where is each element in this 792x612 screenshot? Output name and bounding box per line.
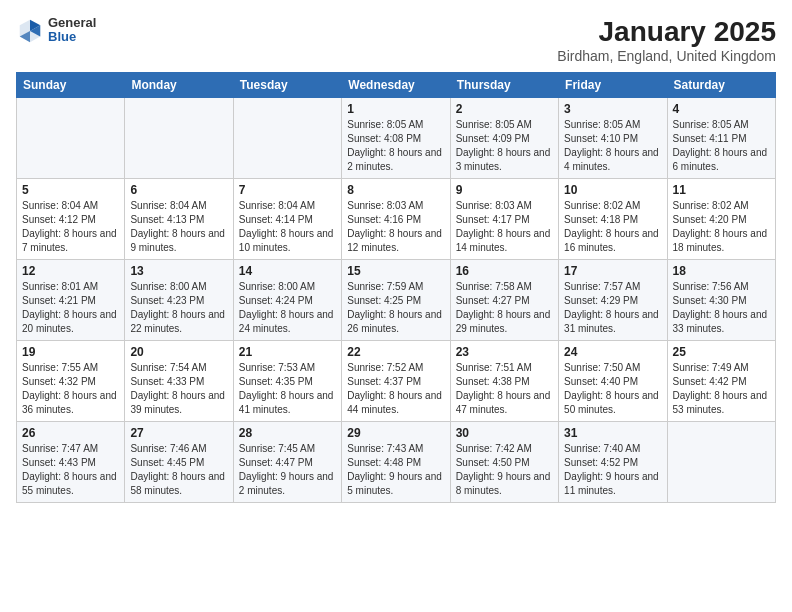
logo-text: General Blue: [48, 16, 96, 45]
title-area: January 2025 Birdham, England, United Ki…: [557, 16, 776, 64]
calendar-cell: 12Sunrise: 8:01 AM Sunset: 4:21 PM Dayli…: [17, 260, 125, 341]
calendar-cell: 17Sunrise: 7:57 AM Sunset: 4:29 PM Dayli…: [559, 260, 667, 341]
weekday-header: Monday: [125, 73, 233, 98]
day-info: Sunrise: 7:40 AM Sunset: 4:52 PM Dayligh…: [564, 442, 661, 498]
day-number: 23: [456, 345, 553, 359]
month-title: January 2025: [557, 16, 776, 48]
weekday-header: Thursday: [450, 73, 558, 98]
calendar-cell: 2Sunrise: 8:05 AM Sunset: 4:09 PM Daylig…: [450, 98, 558, 179]
day-info: Sunrise: 7:49 AM Sunset: 4:42 PM Dayligh…: [673, 361, 770, 417]
day-number: 1: [347, 102, 444, 116]
day-info: Sunrise: 8:00 AM Sunset: 4:23 PM Dayligh…: [130, 280, 227, 336]
calendar-cell: 5Sunrise: 8:04 AM Sunset: 4:12 PM Daylig…: [17, 179, 125, 260]
calendar-cell: 10Sunrise: 8:02 AM Sunset: 4:18 PM Dayli…: [559, 179, 667, 260]
calendar-cell: 1Sunrise: 8:05 AM Sunset: 4:08 PM Daylig…: [342, 98, 450, 179]
day-info: Sunrise: 7:57 AM Sunset: 4:29 PM Dayligh…: [564, 280, 661, 336]
calendar-cell: 6Sunrise: 8:04 AM Sunset: 4:13 PM Daylig…: [125, 179, 233, 260]
calendar-cell: 11Sunrise: 8:02 AM Sunset: 4:20 PM Dayli…: [667, 179, 775, 260]
calendar-cell: 29Sunrise: 7:43 AM Sunset: 4:48 PM Dayli…: [342, 422, 450, 503]
location-title: Birdham, England, United Kingdom: [557, 48, 776, 64]
day-info: Sunrise: 7:42 AM Sunset: 4:50 PM Dayligh…: [456, 442, 553, 498]
day-number: 16: [456, 264, 553, 278]
day-number: 4: [673, 102, 770, 116]
calendar-cell: 31Sunrise: 7:40 AM Sunset: 4:52 PM Dayli…: [559, 422, 667, 503]
day-number: 7: [239, 183, 336, 197]
calendar-cell: 23Sunrise: 7:51 AM Sunset: 4:38 PM Dayli…: [450, 341, 558, 422]
calendar-cell: 27Sunrise: 7:46 AM Sunset: 4:45 PM Dayli…: [125, 422, 233, 503]
day-number: 13: [130, 264, 227, 278]
day-number: 8: [347, 183, 444, 197]
day-info: Sunrise: 8:05 AM Sunset: 4:11 PM Dayligh…: [673, 118, 770, 174]
day-number: 12: [22, 264, 119, 278]
calendar-cell: 26Sunrise: 7:47 AM Sunset: 4:43 PM Dayli…: [17, 422, 125, 503]
calendar-cell: 15Sunrise: 7:59 AM Sunset: 4:25 PM Dayli…: [342, 260, 450, 341]
day-info: Sunrise: 7:52 AM Sunset: 4:37 PM Dayligh…: [347, 361, 444, 417]
day-info: Sunrise: 7:45 AM Sunset: 4:47 PM Dayligh…: [239, 442, 336, 498]
calendar-cell: [125, 98, 233, 179]
day-number: 15: [347, 264, 444, 278]
calendar-cell: [233, 98, 341, 179]
calendar-cell: 25Sunrise: 7:49 AM Sunset: 4:42 PM Dayli…: [667, 341, 775, 422]
day-info: Sunrise: 8:03 AM Sunset: 4:16 PM Dayligh…: [347, 199, 444, 255]
day-info: Sunrise: 7:51 AM Sunset: 4:38 PM Dayligh…: [456, 361, 553, 417]
calendar-cell: 4Sunrise: 8:05 AM Sunset: 4:11 PM Daylig…: [667, 98, 775, 179]
day-info: Sunrise: 7:43 AM Sunset: 4:48 PM Dayligh…: [347, 442, 444, 498]
calendar-cell: 20Sunrise: 7:54 AM Sunset: 4:33 PM Dayli…: [125, 341, 233, 422]
day-info: Sunrise: 8:00 AM Sunset: 4:24 PM Dayligh…: [239, 280, 336, 336]
day-number: 10: [564, 183, 661, 197]
day-info: Sunrise: 7:58 AM Sunset: 4:27 PM Dayligh…: [456, 280, 553, 336]
calendar-cell: [17, 98, 125, 179]
logo-icon: [16, 16, 44, 44]
day-number: 26: [22, 426, 119, 440]
calendar-table: SundayMondayTuesdayWednesdayThursdayFrid…: [16, 72, 776, 503]
calendar-header-row: SundayMondayTuesdayWednesdayThursdayFrid…: [17, 73, 776, 98]
day-number: 5: [22, 183, 119, 197]
day-number: 6: [130, 183, 227, 197]
logo-general: General: [48, 16, 96, 30]
calendar-cell: 22Sunrise: 7:52 AM Sunset: 4:37 PM Dayli…: [342, 341, 450, 422]
day-info: Sunrise: 8:05 AM Sunset: 4:09 PM Dayligh…: [456, 118, 553, 174]
calendar-cell: 14Sunrise: 8:00 AM Sunset: 4:24 PM Dayli…: [233, 260, 341, 341]
weekday-header: Sunday: [17, 73, 125, 98]
day-number: 25: [673, 345, 770, 359]
day-number: 30: [456, 426, 553, 440]
day-info: Sunrise: 7:47 AM Sunset: 4:43 PM Dayligh…: [22, 442, 119, 498]
calendar-cell: [667, 422, 775, 503]
calendar-cell: 13Sunrise: 8:00 AM Sunset: 4:23 PM Dayli…: [125, 260, 233, 341]
calendar-cell: 18Sunrise: 7:56 AM Sunset: 4:30 PM Dayli…: [667, 260, 775, 341]
day-info: Sunrise: 8:03 AM Sunset: 4:17 PM Dayligh…: [456, 199, 553, 255]
day-number: 21: [239, 345, 336, 359]
calendar-cell: 28Sunrise: 7:45 AM Sunset: 4:47 PM Dayli…: [233, 422, 341, 503]
calendar-cell: 21Sunrise: 7:53 AM Sunset: 4:35 PM Dayli…: [233, 341, 341, 422]
day-number: 3: [564, 102, 661, 116]
calendar-week-row: 19Sunrise: 7:55 AM Sunset: 4:32 PM Dayli…: [17, 341, 776, 422]
day-number: 18: [673, 264, 770, 278]
calendar-cell: 30Sunrise: 7:42 AM Sunset: 4:50 PM Dayli…: [450, 422, 558, 503]
day-number: 27: [130, 426, 227, 440]
weekday-header: Friday: [559, 73, 667, 98]
day-info: Sunrise: 8:05 AM Sunset: 4:10 PM Dayligh…: [564, 118, 661, 174]
weekday-header: Tuesday: [233, 73, 341, 98]
day-info: Sunrise: 8:05 AM Sunset: 4:08 PM Dayligh…: [347, 118, 444, 174]
day-number: 14: [239, 264, 336, 278]
day-info: Sunrise: 8:02 AM Sunset: 4:20 PM Dayligh…: [673, 199, 770, 255]
calendar-week-row: 26Sunrise: 7:47 AM Sunset: 4:43 PM Dayli…: [17, 422, 776, 503]
day-number: 9: [456, 183, 553, 197]
weekday-header: Wednesday: [342, 73, 450, 98]
day-info: Sunrise: 7:59 AM Sunset: 4:25 PM Dayligh…: [347, 280, 444, 336]
day-number: 22: [347, 345, 444, 359]
day-number: 20: [130, 345, 227, 359]
day-number: 28: [239, 426, 336, 440]
page-header: General Blue January 2025 Birdham, Engla…: [16, 16, 776, 64]
day-number: 19: [22, 345, 119, 359]
calendar-cell: 9Sunrise: 8:03 AM Sunset: 4:17 PM Daylig…: [450, 179, 558, 260]
day-info: Sunrise: 7:46 AM Sunset: 4:45 PM Dayligh…: [130, 442, 227, 498]
calendar-cell: 24Sunrise: 7:50 AM Sunset: 4:40 PM Dayli…: [559, 341, 667, 422]
day-info: Sunrise: 7:55 AM Sunset: 4:32 PM Dayligh…: [22, 361, 119, 417]
weekday-header: Saturday: [667, 73, 775, 98]
day-number: 11: [673, 183, 770, 197]
logo-blue: Blue: [48, 30, 96, 44]
calendar-cell: 8Sunrise: 8:03 AM Sunset: 4:16 PM Daylig…: [342, 179, 450, 260]
day-info: Sunrise: 8:04 AM Sunset: 4:14 PM Dayligh…: [239, 199, 336, 255]
day-info: Sunrise: 8:02 AM Sunset: 4:18 PM Dayligh…: [564, 199, 661, 255]
